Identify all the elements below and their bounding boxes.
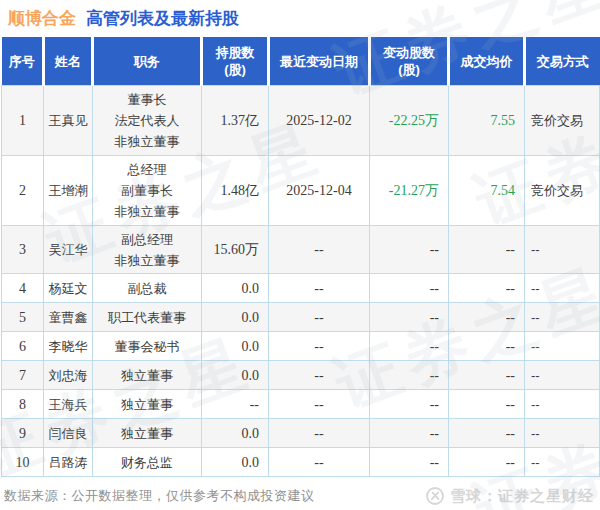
cell-trade_type: -- <box>525 419 600 448</box>
cell-trade_type: -- <box>525 332 600 361</box>
cell-no: 5 <box>2 303 44 332</box>
col-header-trade_type: 交易方式 <box>525 37 600 86</box>
cell-shares: 0.0 <box>202 361 269 390</box>
col-header-no: 序号 <box>2 37 44 86</box>
cell-shares: -- <box>202 390 269 419</box>
cell-name: 王增潮 <box>44 156 93 226</box>
source-credit-text: 雪球：证券之星财经 <box>450 487 594 506</box>
cell-change_shares: -- <box>370 332 449 361</box>
cell-change_shares: -- <box>370 390 449 419</box>
cell-change_shares: -22.25万 <box>370 86 449 156</box>
table-body: 1王真见董事长 法定代表人 非独立董事1.37亿2025-12-02-22.25… <box>2 86 600 477</box>
table-row: 7刘忠海独立董事0.0-------- <box>2 361 600 390</box>
cell-shares: 0.0 <box>202 448 269 477</box>
cell-position: 独立董事 <box>93 419 202 448</box>
cell-position: 财务总监 <box>93 448 202 477</box>
cell-change_date: -- <box>269 332 370 361</box>
cell-trade_type: 竞价交易 <box>525 86 600 156</box>
cell-position: 独立董事 <box>93 361 202 390</box>
cell-avg_price: -- <box>449 361 525 390</box>
executives-table: 序号姓名职务持股数 (股)最近变动日期变动股数 (股)成交均价交易方式 1王真见… <box>1 37 600 477</box>
cell-no: 2 <box>2 156 44 226</box>
cell-trade_type: -- <box>525 303 600 332</box>
table-header-row: 序号姓名职务持股数 (股)最近变动日期变动股数 (股)成交均价交易方式 <box>2 37 600 86</box>
cell-no: 6 <box>2 332 44 361</box>
table-row: 9闫信良独立董事0.0-------- <box>2 419 600 448</box>
cell-change_date: -- <box>269 226 370 274</box>
stock-name: 顺博合金 <box>8 9 76 28</box>
cell-position: 副总裁 <box>93 274 202 303</box>
table-row: 2王增潮总经理 副董事长 非独立董事1.48亿2025-12-04-21.27万… <box>2 156 600 226</box>
cell-shares: 0.0 <box>202 274 269 303</box>
cell-avg_price: -- <box>449 332 525 361</box>
cell-trade_type: -- <box>525 361 600 390</box>
cell-name: 童曹鑫 <box>44 303 93 332</box>
col-header-change_shares: 变动股数 (股) <box>370 37 449 86</box>
col-header-position: 职务 <box>93 37 202 86</box>
col-header-change_date: 最近变动日期 <box>269 37 370 86</box>
page-title-text: 高管列表及最新持股 <box>86 9 239 28</box>
cell-name: 吕路涛 <box>44 448 93 477</box>
cell-position: 总经理 副董事长 非独立董事 <box>93 156 202 226</box>
cell-position: 独立董事 <box>93 390 202 419</box>
data-source-disclaimer: 数据来源：公开数据整理，仅供参考不构成投资建议 <box>4 487 315 505</box>
cell-trade_type: -- <box>525 448 600 477</box>
cell-change_date: -- <box>269 274 370 303</box>
cell-change_shares: -- <box>370 361 449 390</box>
col-header-name: 姓名 <box>44 37 93 86</box>
cell-no: 9 <box>2 419 44 448</box>
cell-shares: 0.0 <box>202 303 269 332</box>
cell-name: 杨廷文 <box>44 274 93 303</box>
table-row: 1王真见董事长 法定代表人 非独立董事1.37亿2025-12-02-22.25… <box>2 86 600 156</box>
cell-change_shares: -- <box>370 448 449 477</box>
cell-trade_type: -- <box>525 274 600 303</box>
cell-trade_type: -- <box>525 390 600 419</box>
cell-change_date: -- <box>269 303 370 332</box>
cell-no: 7 <box>2 361 44 390</box>
cell-name: 李晓华 <box>44 332 93 361</box>
page: 证券之星 证券之星 证券之星 证券之星 证券之星 证券之星 顺博合金高管列表及最… <box>0 0 600 510</box>
cell-no: 10 <box>2 448 44 477</box>
table-row: 6李晓华董事会秘书0.0-------- <box>2 332 600 361</box>
cell-name: 王海兵 <box>44 390 93 419</box>
cell-name: 王真见 <box>44 86 93 156</box>
cell-avg_price: 7.55 <box>449 86 525 156</box>
cell-avg_price: 7.54 <box>449 156 525 226</box>
xueqiu-logo-icon <box>425 486 445 506</box>
cell-name: 闫信良 <box>44 419 93 448</box>
cell-change_date: -- <box>269 361 370 390</box>
cell-position: 董事长 法定代表人 非独立董事 <box>93 86 202 156</box>
cell-trade_type: -- <box>525 226 600 274</box>
cell-change_shares: -- <box>370 303 449 332</box>
cell-name: 吴江华 <box>44 226 93 274</box>
cell-change_shares: -21.27万 <box>370 156 449 226</box>
cell-change_date: -- <box>269 419 370 448</box>
cell-avg_price: -- <box>449 419 525 448</box>
table-row: 8王海兵独立董事---------- <box>2 390 600 419</box>
source-credit: 雪球：证券之星财经 <box>425 486 594 506</box>
cell-position: 董事会秘书 <box>93 332 202 361</box>
cell-avg_price: -- <box>449 226 525 274</box>
cell-shares: 15.60万 <box>202 226 269 274</box>
col-header-avg_price: 成交均价 <box>449 37 525 86</box>
footer: 数据来源：公开数据整理，仅供参考不构成投资建议 雪球：证券之星财经 <box>0 477 600 506</box>
cell-position: 副总经理 非独立董事 <box>93 226 202 274</box>
cell-avg_price: -- <box>449 274 525 303</box>
cell-change_date: -- <box>269 390 370 419</box>
cell-shares: 0.0 <box>202 332 269 361</box>
table-row: 10吕路涛财务总监0.0-------- <box>2 448 600 477</box>
cell-change_date: 2025-12-04 <box>269 156 370 226</box>
table-row: 3吴江华副总经理 非独立董事15.60万-------- <box>2 226 600 274</box>
cell-shares: 1.37亿 <box>202 86 269 156</box>
cell-change_date: 2025-12-02 <box>269 86 370 156</box>
col-header-shares: 持股数 (股) <box>202 37 269 86</box>
cell-name: 刘忠海 <box>44 361 93 390</box>
cell-change_shares: -- <box>370 419 449 448</box>
cell-no: 4 <box>2 274 44 303</box>
cell-no: 8 <box>2 390 44 419</box>
cell-no: 3 <box>2 226 44 274</box>
cell-shares: 1.48亿 <box>202 156 269 226</box>
table-row: 4杨廷文副总裁0.0-------- <box>2 274 600 303</box>
cell-avg_price: -- <box>449 448 525 477</box>
cell-avg_price: -- <box>449 390 525 419</box>
